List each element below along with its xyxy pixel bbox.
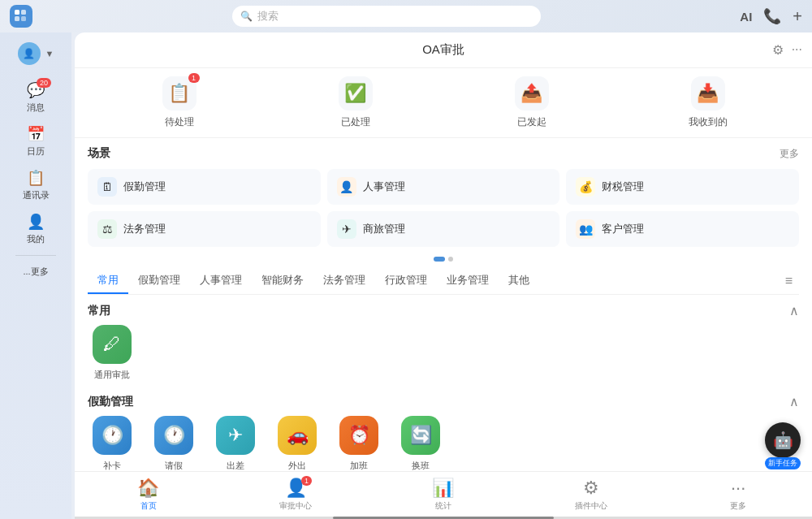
nav-item-plugins[interactable]: ⚙ 插件中心 — [517, 474, 665, 515]
status-tab-processed[interactable]: ✅ 已处理 — [267, 76, 443, 129]
sidebar-label-messages: 消息 — [27, 102, 45, 114]
received-icon: 📥 — [691, 76, 725, 110]
cat-tab-finance[interactable]: 智能财务 — [252, 268, 313, 294]
status-tab-initiated[interactable]: 📤 已发起 — [443, 76, 620, 129]
sidebar-item-calendar[interactable]: 📅 日历 — [6, 120, 65, 162]
page-title: OA审批 — [422, 42, 464, 58]
app-item-leave[interactable]: 🕐 请假 — [149, 416, 198, 471]
cat-tab-business[interactable]: 业务管理 — [437, 268, 499, 294]
user-avatar[interactable]: 👤 — [18, 42, 41, 65]
cat-tab-common[interactable]: 常用 — [88, 268, 128, 294]
sidebar-label-contacts: 通讯录 — [23, 189, 50, 201]
scene-icon-4: ✈ — [337, 219, 356, 239]
app-logo[interactable] — [10, 5, 32, 28]
bottom-nav: 🏠 首页 👤 1 审批中心 📊 统计 ⚙ 插件中心 ··· 更多 — [75, 471, 812, 517]
general-approval-icon: 🖊 — [93, 325, 132, 364]
svg-rect-2 — [15, 16, 19, 21]
scene-item-1[interactable]: 👤 人事管理 — [327, 169, 560, 205]
app-item-outing[interactable]: 🚗 外出 — [273, 416, 322, 471]
common-app-grid: 🖊 通用审批 — [88, 325, 799, 381]
general-approval-label: 通用审批 — [94, 369, 130, 381]
scene-more[interactable]: 更多 — [780, 147, 799, 161]
nav-item-more[interactable]: ··· 更多 — [664, 474, 812, 515]
settings-icon[interactable]: ⚙ — [772, 42, 784, 58]
sidebar-label-more: ...更多 — [23, 266, 48, 278]
sidebar-item-my[interactable]: 👤 我的 — [6, 208, 65, 250]
search-bar[interactable]: 🔍 搜索 — [232, 6, 541, 27]
svg-rect-0 — [15, 10, 19, 15]
sidebar-item-more[interactable]: ...更多 — [6, 261, 65, 283]
cat-tab-admin[interactable]: 行政管理 — [375, 268, 437, 294]
app-item-overtime[interactable]: ⏰ 加班 — [335, 416, 383, 471]
ai-icon[interactable]: AI — [740, 10, 752, 24]
dot-2 — [448, 257, 453, 262]
outing-icon: 🚗 — [278, 416, 317, 455]
scene-icon-5: 👥 — [576, 219, 595, 239]
nav-item-home[interactable]: 🏠 首页 — [75, 474, 222, 515]
more-nav-icon: ··· — [731, 478, 745, 499]
status-tab-pending[interactable]: 📋 1 待处理 — [91, 76, 267, 129]
helper-robot[interactable]: 🤖 新手任务 — [765, 422, 801, 458]
received-label: 我收到的 — [689, 115, 728, 129]
attendance-section-header: 假勤管理 ∧ — [88, 394, 799, 409]
nav-item-approval[interactable]: 👤 1 审批中心 — [222, 474, 370, 515]
sidebar-divider — [15, 255, 56, 256]
status-tabs: 📋 1 待处理 ✅ 已处理 📤 已发起 📥 — [75, 68, 812, 138]
collapse-attendance-icon[interactable]: ∧ — [789, 394, 799, 409]
processed-icon: ✅ — [339, 76, 373, 110]
more-nav-label: 更多 — [730, 500, 746, 512]
stats-icon: 📊 — [432, 478, 454, 499]
scene-item-2[interactable]: 💰 财税管理 — [566, 169, 799, 205]
calendar-icon: 📅 — [27, 125, 45, 143]
scene-item-5[interactable]: 👥 客户管理 — [566, 211, 799, 247]
cat-tab-attendance[interactable]: 假勤管理 — [128, 268, 190, 294]
pending-badge: 1 — [188, 73, 200, 83]
sidebar: 👤 ▼ 💬 20 消息 📅 日历 📋 通讯录 👤 我的 ...更多 — [0, 32, 71, 519]
content-area: OA审批 ⚙ ··· 📋 1 待处理 ✅ 已处理 — [75, 32, 812, 519]
scene-label-1: 人事管理 — [363, 179, 405, 194]
add-icon[interactable]: + — [793, 7, 802, 26]
business-trip-label: 出差 — [227, 460, 244, 471]
cat-tab-menu-icon[interactable]: ≡ — [779, 269, 799, 293]
scene-grid: 🗓 假勤管理 👤 人事管理 💰 财税管理 ⚖ 法务管理 ✈ 商旅管理 — [88, 169, 799, 247]
nav-item-stats[interactable]: 📊 统计 — [369, 474, 517, 515]
collapse-common-icon[interactable]: ∧ — [789, 303, 799, 318]
scene-title: 场景 — [88, 146, 110, 161]
shift-change-icon: 🔄 — [401, 416, 440, 455]
app-item-business-trip[interactable]: ✈ 出差 — [211, 416, 260, 471]
cat-tab-legal[interactable]: 法务管理 — [313, 268, 375, 294]
outing-label: 外出 — [288, 460, 306, 471]
app-item-shift-change[interactable]: 🔄 换班 — [396, 416, 445, 471]
home-label: 首页 — [140, 500, 157, 512]
attendance-section-title: 假勤管理 — [88, 395, 133, 409]
dot-1 — [434, 257, 445, 262]
scene-item-3[interactable]: ⚖ 法务管理 — [88, 211, 321, 247]
scene-item-0[interactable]: 🗓 假勤管理 — [88, 169, 321, 205]
cat-tab-other[interactable]: 其他 — [499, 268, 539, 294]
app-item-card-replacement[interactable]: 🕐 补卡 — [88, 416, 136, 471]
scene-icon-3: ⚖ — [97, 219, 117, 239]
card-replacement-label: 补卡 — [103, 460, 121, 471]
home-icon: 🏠 — [137, 478, 159, 499]
sidebar-label-my: 我的 — [27, 233, 45, 245]
plugins-label: 插件中心 — [575, 500, 607, 512]
svg-rect-1 — [21, 10, 26, 15]
scene-label-0: 假勤管理 — [123, 179, 166, 194]
plugins-icon: ⚙ — [583, 478, 599, 499]
category-tabs: 常用 假勤管理 人事管理 智能财务 法务管理 行政管理 业务管理 其他 ≡ — [88, 268, 799, 295]
attendance-app-grid: 🕐 补卡 🕐 请假 ✈ 出差 🚗 外出 ⏰ 加班 — [88, 416, 799, 471]
app-item-general-approval[interactable]: 🖊 通用审批 — [88, 325, 136, 381]
scene-icon-0: 🗓 — [97, 177, 117, 197]
svg-rect-3 — [21, 16, 26, 21]
more-icon[interactable]: ··· — [792, 42, 802, 58]
sidebar-item-contacts[interactable]: 📋 通讯录 — [6, 164, 65, 206]
stats-label: 统计 — [435, 500, 451, 512]
scene-item-4[interactable]: ✈ 商旅管理 — [327, 211, 560, 247]
status-tab-received[interactable]: 📥 我收到的 — [620, 76, 796, 129]
phone-icon[interactable]: 📞 — [763, 7, 781, 25]
cat-tab-hr[interactable]: 人事管理 — [190, 268, 252, 294]
sidebar-item-messages[interactable]: 💬 20 消息 — [6, 76, 65, 119]
initiated-icon: 📤 — [515, 76, 549, 110]
overtime-label: 加班 — [350, 460, 368, 471]
helper-label: 新手任务 — [765, 457, 801, 469]
